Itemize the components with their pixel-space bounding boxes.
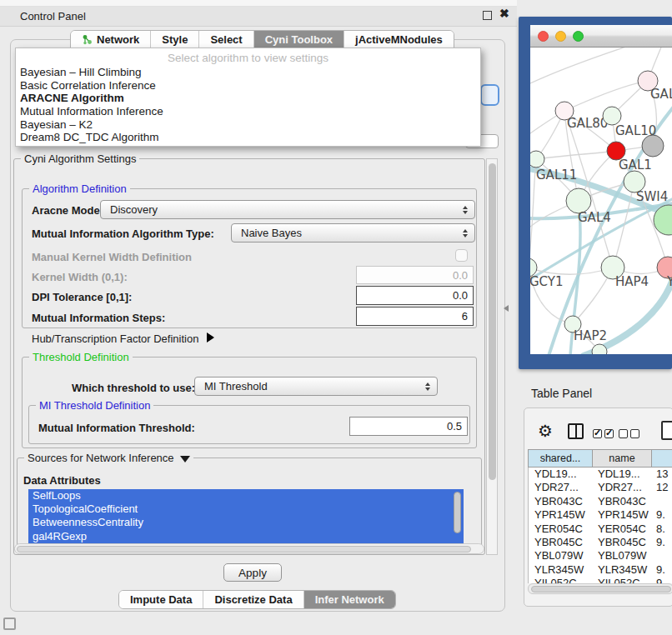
table-cell[interactable]: YLR345W — [593, 563, 653, 577]
table-cell[interactable]: YDL19... — [593, 468, 653, 481]
network-node-label: Y — [666, 274, 672, 289]
hub-definition-toggle[interactable]: Hub/Transcription Factor Definition — [32, 332, 214, 345]
dropdown-item[interactable]: Basic Correlation Inference — [16, 79, 480, 92]
table-cell[interactable]: 9. — [653, 508, 665, 522]
table-cell[interactable]: 12 — [653, 481, 668, 494]
tab-style[interactable]: Style — [151, 31, 199, 48]
attribute-item[interactable]: gal4RGexp — [28, 530, 464, 543]
dpi-tolerance-label: DPI Tolerance [0,1]: — [32, 291, 132, 303]
table-row[interactable]: YBL079WYBL079W — [529, 549, 672, 562]
table-cell[interactable]: YLR345W — [529, 563, 593, 577]
scrollbar-thumb[interactable] — [17, 546, 471, 552]
network-node[interactable] — [530, 151, 544, 168]
gear-icon[interactable]: ⚙ — [538, 421, 553, 441]
scrollbar-thumb[interactable] — [531, 586, 671, 592]
dropdown-prompt: Select algorithm to view settings — [16, 48, 480, 66]
list-scrollbar-thumb[interactable] — [454, 492, 461, 533]
deselect-all-checkboxes-icon[interactable] — [619, 427, 642, 442]
split-pane-collapse-icon[interactable] — [504, 305, 509, 312]
table-cell[interactable]: YBR045C — [529, 536, 593, 549]
table-cell[interactable]: YPR145W — [529, 508, 593, 522]
zoom-button[interactable] — [573, 31, 584, 42]
mi-steps-field[interactable]: 6 — [356, 307, 474, 326]
dock-panel-icon[interactable] — [3, 618, 16, 630]
table-cell[interactable]: YIL052C — [593, 577, 653, 583]
tab-infer-network[interactable]: Infer Network — [304, 591, 395, 608]
tab-impute-data[interactable]: Impute Data — [119, 591, 203, 608]
attribute-item[interactable]: BetweennessCentrality — [28, 516, 464, 529]
table-cell[interactable]: 9. — [653, 563, 665, 577]
network-canvas[interactable]: GALGAL80GAL10GAL1GAL11SWI4GAL4GCY1HAP4YH… — [530, 48, 672, 354]
table-row[interactable]: YLR345WYLR345W9. — [529, 563, 672, 577]
table-cell[interactable]: YIL052C — [529, 577, 593, 583]
dropdown-item[interactable]: Mutual Information Inference — [16, 105, 480, 118]
column-header-name[interactable]: name — [593, 449, 652, 468]
table-cell[interactable]: YPR145W — [593, 508, 653, 522]
float-panel-icon[interactable] — [483, 11, 492, 20]
apply-button[interactable]: Apply — [223, 563, 282, 582]
dropdown-item[interactable]: Bayesian – Hill Climbing — [16, 66, 480, 79]
table-cell[interactable]: YBL079W — [529, 549, 593, 562]
table-cell[interactable] — [653, 495, 656, 508]
which-threshold-combo[interactable]: MI Threshold — [194, 377, 438, 396]
table-cell[interactable]: YBR043C — [529, 495, 593, 508]
table-cell[interactable]: YBR043C — [593, 495, 653, 508]
close-button[interactable] — [538, 31, 549, 42]
dropdown-item-selected[interactable]: ARACNE Algorithm — [16, 92, 480, 105]
dpi-tolerance-field[interactable]: 0.0 — [356, 286, 474, 305]
table-cell[interactable]: YDR27... — [529, 481, 593, 494]
dropdown-item[interactable]: Bayesian – K2 — [16, 118, 480, 132]
network-window-frame[interactable]: GALGAL80GAL10GAL1GAL11SWI4GAL4GCY1HAP4YH… — [519, 17, 672, 369]
tab-network[interactable]: Network — [71, 31, 151, 48]
network-edge — [536, 151, 616, 159]
column-header-shared[interactable]: shared... — [528, 449, 593, 468]
column-header-partial[interactable] — [652, 449, 672, 468]
settings-vertical-scrollbar[interactable] — [486, 158, 498, 555]
tab-cyni-toolbox[interactable]: Cyni Toolbox — [254, 31, 344, 48]
table-cell[interactable]: YER054C — [529, 522, 593, 536]
manual-kernel-checkbox[interactable] — [455, 249, 468, 262]
settings-horizontal-scrollbar[interactable] — [14, 543, 484, 554]
tab-jactivemnodules[interactable]: jActiveMNodules — [344, 31, 454, 48]
aracne-mode-combo[interactable]: Discovery — [100, 200, 475, 219]
table-row[interactable]: YER054CYER054C8. — [529, 522, 672, 536]
select-all-checkboxes-icon[interactable] — [593, 427, 616, 442]
table-cell[interactable]: YDR27... — [593, 481, 653, 494]
tab-select[interactable]: Select — [199, 31, 253, 48]
dropdown-item[interactable]: Dream8 DC_TDC Algorithm — [16, 131, 480, 144]
network-node[interactable] — [642, 135, 664, 157]
table-cell[interactable]: 9. — [653, 577, 665, 583]
attribute-item[interactable]: TopologicalCoefficient — [28, 502, 464, 516]
algorithm-combo-fragment[interactable] — [480, 84, 499, 106]
table-row[interactable]: YPR145WYPR145W9. — [529, 508, 672, 522]
table-row[interactable]: YDR27...YDR27...12 — [529, 481, 672, 494]
network-node[interactable] — [603, 107, 621, 125]
table-row[interactable]: YIL052CYIL052C9. — [529, 577, 672, 583]
minimize-button[interactable] — [555, 31, 566, 42]
table-horizontal-scrollbar[interactable] — [528, 583, 672, 594]
scrollbar-thumb[interactable] — [489, 163, 496, 480]
table-cell[interactable] — [653, 549, 656, 562]
mi-type-combo[interactable]: Naive Bayes — [231, 223, 475, 242]
close-icon[interactable]: ✖ — [499, 7, 509, 20]
network-node-label: GAL11 — [536, 168, 577, 182]
document-icon[interactable] — [661, 421, 672, 440]
table-cell[interactable]: YBL079W — [593, 549, 653, 562]
table-row[interactable]: YBR043CYBR043C — [529, 495, 672, 508]
table-row[interactable]: YDL19...YDL19...13 — [529, 468, 672, 481]
network-window-titlebar[interactable] — [530, 25, 672, 48]
table-cell[interactable]: 9. — [653, 536, 665, 549]
tab-discretize-data[interactable]: Discretize Data — [203, 591, 303, 608]
kernel-width-field[interactable]: 0.0 — [356, 266, 474, 284]
attribute-item[interactable]: SelfLoops — [28, 489, 464, 502]
table-cell[interactable]: YER054C — [593, 522, 653, 536]
columns-icon[interactable] — [568, 423, 584, 439]
mi-threshold-field[interactable]: 0.5 — [349, 417, 468, 436]
table-cell[interactable]: 8. — [653, 522, 665, 536]
table-cell[interactable]: YBR045C — [593, 536, 653, 549]
tab-label: Network — [97, 33, 139, 46]
table-row[interactable]: YBR045CYBR045C9. — [529, 536, 672, 549]
table-cell[interactable]: 13 — [653, 468, 668, 481]
sources-title-toggle[interactable]: Sources for Network Inference — [24, 452, 193, 464]
table-cell[interactable]: YDL19... — [529, 468, 593, 481]
